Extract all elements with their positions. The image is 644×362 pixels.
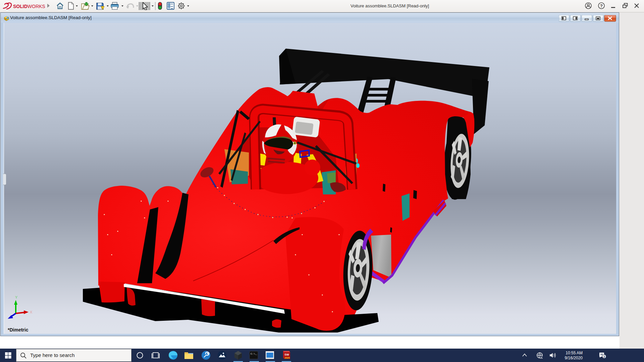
- svg-text:9/16/2020: 9/16/2020: [565, 356, 583, 360]
- svg-text:X: X: [30, 310, 33, 314]
- svg-text:!: !: [102, 7, 102, 9]
- svg-text:?: ?: [600, 3, 603, 8]
- svg-text:10:55 AM: 10:55 AM: [566, 351, 583, 355]
- svg-text:Y: Y: [15, 295, 18, 299]
- svg-text:SW: SW: [284, 353, 289, 356]
- svg-text:C:\_: C:\_: [251, 352, 257, 355]
- svg-text:2: 2: [603, 355, 605, 358]
- svg-text:2020: 2020: [285, 357, 290, 359]
- svg-text:SOLIDWORKS: SOLIDWORKS: [13, 4, 45, 9]
